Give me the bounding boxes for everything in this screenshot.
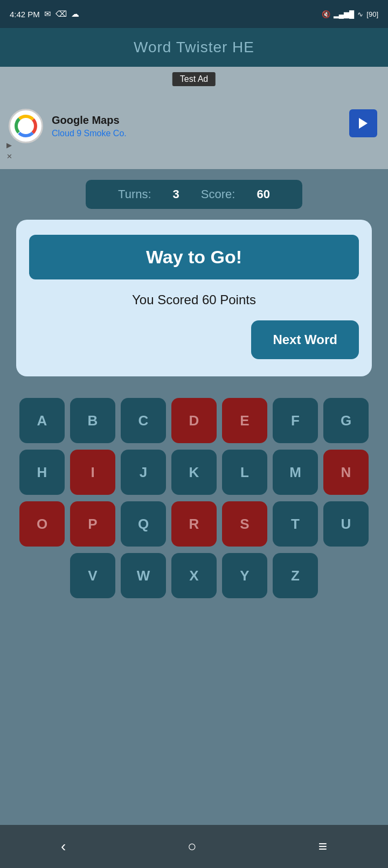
whatsapp-icon: ✉ xyxy=(44,9,51,19)
modal-header: Way to Go! xyxy=(29,235,359,279)
key-l[interactable]: L xyxy=(222,450,267,495)
key-a[interactable]: A xyxy=(19,398,65,443)
score-label: Score: xyxy=(201,187,235,201)
ad-play-btn[interactable]: ▶ xyxy=(6,141,12,149)
key-i[interactable]: I xyxy=(70,450,115,495)
key-n[interactable]: N xyxy=(323,450,369,495)
modal-wrapper: Way to Go! You Scored 60 Points Next Wor… xyxy=(0,220,388,387)
title-bar: Word Twister HE xyxy=(0,28,388,67)
modal-body: You Scored 60 Points xyxy=(29,292,359,307)
ad-label: Test Ad xyxy=(172,72,216,86)
key-b[interactable]: B xyxy=(70,398,115,443)
key-g[interactable]: G xyxy=(323,398,369,443)
key-c[interactable]: C xyxy=(121,398,166,443)
key-z[interactable]: Z xyxy=(273,553,318,598)
key-row-1: HIJKLMN xyxy=(5,450,383,495)
key-row-2: OPQRSTU xyxy=(5,501,383,547)
key-t[interactable]: T xyxy=(273,501,318,547)
usb-icon: ⌫ xyxy=(56,9,67,19)
ad-subtitle: Cloud 9 Smoke Co. xyxy=(52,129,127,138)
key-row-0: ABCDEFG xyxy=(5,398,383,443)
key-x[interactable]: X xyxy=(171,553,217,598)
ad-content: Google Maps Cloud 9 Smoke Co. xyxy=(9,109,127,143)
back-button[interactable]: ‹ xyxy=(45,832,82,860)
app-title: Word Twister HE xyxy=(134,39,254,56)
key-s[interactable]: S xyxy=(222,501,267,547)
key-e[interactable]: E xyxy=(222,398,267,443)
ad-text-block: Google Maps Cloud 9 Smoke Co. xyxy=(52,114,127,138)
status-left: 4:42 PM ✉ ⌫ ☁ xyxy=(10,9,79,19)
ad-close-btn[interactable]: ✕ xyxy=(6,152,12,160)
home-button[interactable]: ○ xyxy=(171,832,213,860)
key-v[interactable]: V xyxy=(70,553,115,598)
score-bar: Turns: 3 Score: 60 xyxy=(86,180,302,209)
status-right: 🔇 ▂▄▆█ ∿ [90] xyxy=(322,10,378,18)
ad-company: Google Maps xyxy=(52,114,127,127)
key-q[interactable]: Q xyxy=(121,501,166,547)
score-value: 60 xyxy=(257,187,269,201)
key-k[interactable]: K xyxy=(171,450,217,495)
key-y[interactable]: Y xyxy=(222,553,267,598)
key-h[interactable]: H xyxy=(19,450,65,495)
ad-nav-icon[interactable] xyxy=(349,109,377,137)
key-m[interactable]: M xyxy=(273,450,318,495)
wifi-icon: ∿ xyxy=(357,10,363,18)
turns-label: Turns: xyxy=(118,187,151,201)
battery-icon: [90] xyxy=(366,10,378,18)
key-row-3: VWXYZ xyxy=(5,553,383,598)
turns-value: 3 xyxy=(173,187,179,201)
next-word-button[interactable]: Next Word xyxy=(251,320,359,359)
svg-marker-4 xyxy=(359,118,368,129)
modal-header-text: Way to Go! xyxy=(146,247,242,267)
key-j[interactable]: J xyxy=(121,450,166,495)
key-r[interactable]: R xyxy=(171,501,217,547)
key-w[interactable]: W xyxy=(121,553,166,598)
key-p[interactable]: P xyxy=(70,501,115,547)
score-bar-wrapper: Turns: 3 Score: 60 xyxy=(0,169,388,220)
keyboard-area: ABCDEFGHIJKLMNOPQRSTUVWXYZ xyxy=(0,387,388,825)
ad-banner: Test Ad Google Maps Cloud 9 Smoke Co. ▶ … xyxy=(0,67,388,169)
modal-score-text: You Scored 60 Points xyxy=(132,292,256,307)
key-u[interactable]: U xyxy=(323,501,369,547)
signal-icon: ▂▄▆█ xyxy=(334,10,354,18)
google-logo xyxy=(9,109,43,143)
nav-bar: ‹ ○ ≡ xyxy=(0,825,388,868)
status-bar: 4:42 PM ✉ ⌫ ☁ 🔇 ▂▄▆█ ∿ [90] xyxy=(0,0,388,28)
key-o[interactable]: O xyxy=(19,501,65,547)
time-display: 4:42 PM xyxy=(10,10,40,19)
key-d[interactable]: D xyxy=(171,398,217,443)
result-modal: Way to Go! You Scored 60 Points Next Wor… xyxy=(16,220,372,376)
vibrate-icon: 🔇 xyxy=(322,10,330,18)
menu-button[interactable]: ≡ xyxy=(302,832,343,860)
ad-controls: ▶ ✕ xyxy=(6,141,12,160)
cloud-icon: ☁ xyxy=(71,9,79,19)
key-f[interactable]: F xyxy=(273,398,318,443)
modal-footer: Next Word xyxy=(29,320,359,359)
